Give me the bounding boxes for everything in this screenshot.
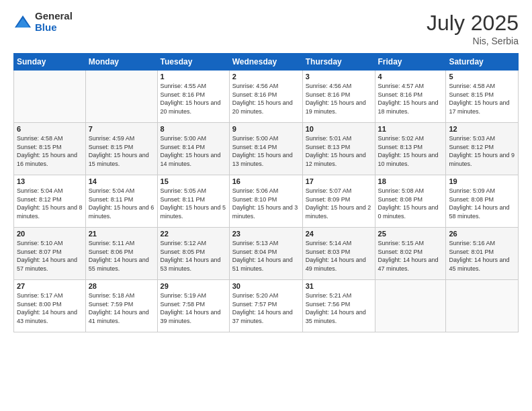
day-number: 31 xyxy=(306,282,372,290)
day-info: Sunrise: 5:02 AM Sunset: 8:13 PM Dayligh… xyxy=(378,134,443,168)
day-number: 13 xyxy=(17,177,83,185)
day-number: 25 xyxy=(378,230,443,238)
day-info: Sunrise: 5:14 AM Sunset: 8:03 PM Dayligh… xyxy=(306,239,372,273)
day-info: Sunrise: 5:04 AM Sunset: 8:12 PM Dayligh… xyxy=(17,187,83,220)
day-number: 8 xyxy=(161,125,226,133)
day-number: 1 xyxy=(161,73,226,81)
logo-general: General xyxy=(35,11,73,22)
day-cell-1-4: 10Sunrise: 5:01 AM Sunset: 8:13 PM Dayli… xyxy=(302,123,375,175)
day-number: 7 xyxy=(89,125,154,133)
day-cell-3-5: 25Sunrise: 5:15 AM Sunset: 8:02 PM Dayli… xyxy=(375,228,446,280)
day-number: 26 xyxy=(449,230,515,238)
day-cell-0-3: 2Sunrise: 4:56 AM Sunset: 8:16 PM Daylig… xyxy=(229,71,302,123)
col-wednesday: Wednesday xyxy=(229,54,302,71)
day-info: Sunrise: 5:20 AM Sunset: 7:57 PM Dayligh… xyxy=(232,291,300,325)
day-number: 11 xyxy=(378,125,443,133)
day-info: Sunrise: 4:58 AM Sunset: 8:15 PM Dayligh… xyxy=(17,134,83,168)
calendar-header-row: Sunday Monday Tuesday Wednesday Thursday… xyxy=(14,54,519,71)
day-cell-0-0 xyxy=(14,71,86,123)
day-cell-3-3: 23Sunrise: 5:13 AM Sunset: 8:04 PM Dayli… xyxy=(229,228,302,280)
day-info: Sunrise: 5:11 AM Sunset: 8:06 PM Dayligh… xyxy=(89,239,154,273)
day-cell-3-4: 24Sunrise: 5:14 AM Sunset: 8:03 PM Dayli… xyxy=(302,228,375,280)
day-info: Sunrise: 5:07 AM Sunset: 8:09 PM Dayligh… xyxy=(306,187,372,220)
day-info: Sunrise: 5:18 AM Sunset: 7:59 PM Dayligh… xyxy=(89,291,154,325)
day-info: Sunrise: 5:01 AM Sunset: 8:13 PM Dayligh… xyxy=(306,134,372,168)
day-cell-4-0: 27Sunrise: 5:17 AM Sunset: 8:00 PM Dayli… xyxy=(14,280,86,332)
day-cell-2-4: 17Sunrise: 5:07 AM Sunset: 8:09 PM Dayli… xyxy=(302,175,375,228)
day-info: Sunrise: 4:56 AM Sunset: 8:16 PM Dayligh… xyxy=(306,82,372,116)
day-cell-0-2: 1Sunrise: 4:55 AM Sunset: 8:16 PM Daylig… xyxy=(157,71,229,123)
day-cell-1-5: 11Sunrise: 5:02 AM Sunset: 8:13 PM Dayli… xyxy=(375,123,446,175)
day-info: Sunrise: 5:06 AM Sunset: 8:10 PM Dayligh… xyxy=(232,187,300,220)
day-number: 14 xyxy=(89,177,154,185)
day-cell-4-5 xyxy=(375,280,446,332)
day-info: Sunrise: 5:03 AM Sunset: 8:12 PM Dayligh… xyxy=(449,134,515,168)
day-cell-4-2: 29Sunrise: 5:19 AM Sunset: 7:58 PM Dayli… xyxy=(157,280,229,332)
day-info: Sunrise: 5:12 AM Sunset: 8:05 PM Dayligh… xyxy=(161,239,226,273)
day-cell-4-1: 28Sunrise: 5:18 AM Sunset: 7:59 PM Dayli… xyxy=(85,280,157,332)
week-row-2: 6Sunrise: 4:58 AM Sunset: 8:15 PM Daylig… xyxy=(14,123,519,175)
week-row-1: 1Sunrise: 4:55 AM Sunset: 8:16 PM Daylig… xyxy=(14,71,519,123)
day-cell-3-0: 20Sunrise: 5:10 AM Sunset: 8:07 PM Dayli… xyxy=(14,228,86,280)
col-saturday: Saturday xyxy=(446,54,519,71)
col-tuesday: Tuesday xyxy=(157,54,229,71)
day-number: 3 xyxy=(306,73,372,81)
day-info: Sunrise: 5:00 AM Sunset: 8:14 PM Dayligh… xyxy=(161,134,226,168)
day-info: Sunrise: 5:19 AM Sunset: 7:58 PM Dayligh… xyxy=(161,291,226,325)
day-info: Sunrise: 5:21 AM Sunset: 7:56 PM Dayligh… xyxy=(306,291,372,325)
day-cell-3-2: 22Sunrise: 5:12 AM Sunset: 8:05 PM Dayli… xyxy=(157,228,229,280)
title-block: July 2025 Nis, Serbia xyxy=(427,11,519,46)
location: Nis, Serbia xyxy=(427,36,519,46)
day-cell-0-5: 4Sunrise: 4:57 AM Sunset: 8:16 PM Daylig… xyxy=(375,71,446,123)
day-cell-4-4: 31Sunrise: 5:21 AM Sunset: 7:56 PM Dayli… xyxy=(302,280,375,332)
day-info: Sunrise: 5:04 AM Sunset: 8:11 PM Dayligh… xyxy=(89,187,154,220)
day-cell-2-0: 13Sunrise: 5:04 AM Sunset: 8:12 PM Dayli… xyxy=(14,175,86,228)
day-number: 17 xyxy=(306,177,372,185)
day-cell-2-6: 19Sunrise: 5:09 AM Sunset: 8:08 PM Dayli… xyxy=(446,175,519,228)
month-year: July 2025 xyxy=(427,11,519,36)
day-cell-1-3: 9Sunrise: 5:00 AM Sunset: 8:14 PM Daylig… xyxy=(229,123,302,175)
week-row-5: 27Sunrise: 5:17 AM Sunset: 8:00 PM Dayli… xyxy=(14,280,519,332)
day-cell-1-1: 7Sunrise: 4:59 AM Sunset: 8:15 PM Daylig… xyxy=(85,123,157,175)
day-info: Sunrise: 5:09 AM Sunset: 8:08 PM Dayligh… xyxy=(449,187,515,220)
day-cell-3-6: 26Sunrise: 5:16 AM Sunset: 8:01 PM Dayli… xyxy=(446,228,519,280)
day-info: Sunrise: 4:59 AM Sunset: 8:15 PM Dayligh… xyxy=(89,134,154,168)
day-number: 10 xyxy=(306,125,372,133)
col-thursday: Thursday xyxy=(302,54,375,71)
day-number: 19 xyxy=(449,177,515,185)
logo: General Blue xyxy=(13,11,73,33)
day-cell-2-3: 16Sunrise: 5:06 AM Sunset: 8:10 PM Dayli… xyxy=(229,175,302,228)
day-info: Sunrise: 5:15 AM Sunset: 8:02 PM Dayligh… xyxy=(378,239,443,273)
week-row-3: 13Sunrise: 5:04 AM Sunset: 8:12 PM Dayli… xyxy=(14,175,519,228)
day-number: 20 xyxy=(17,230,83,238)
day-number: 24 xyxy=(306,230,372,238)
day-info: Sunrise: 5:10 AM Sunset: 8:07 PM Dayligh… xyxy=(17,239,83,273)
day-number: 5 xyxy=(449,73,515,81)
day-info: Sunrise: 4:55 AM Sunset: 8:16 PM Dayligh… xyxy=(161,82,226,116)
day-cell-0-1 xyxy=(85,71,157,123)
day-number: 9 xyxy=(232,125,300,133)
day-info: Sunrise: 5:05 AM Sunset: 8:11 PM Dayligh… xyxy=(161,187,226,220)
logo-icon xyxy=(13,13,32,32)
day-cell-0-6: 5Sunrise: 4:58 AM Sunset: 8:15 PM Daylig… xyxy=(446,71,519,123)
day-info: Sunrise: 5:13 AM Sunset: 8:04 PM Dayligh… xyxy=(232,239,300,273)
day-cell-2-2: 15Sunrise: 5:05 AM Sunset: 8:11 PM Dayli… xyxy=(157,175,229,228)
col-monday: Monday xyxy=(85,54,157,71)
day-number: 21 xyxy=(89,230,154,238)
day-info: Sunrise: 5:08 AM Sunset: 8:08 PM Dayligh… xyxy=(378,187,443,220)
day-number: 28 xyxy=(89,282,154,290)
header: General Blue July 2025 Nis, Serbia xyxy=(13,11,519,46)
day-number: 23 xyxy=(232,230,300,238)
day-info: Sunrise: 4:56 AM Sunset: 8:16 PM Dayligh… xyxy=(232,82,300,116)
day-cell-1-2: 8Sunrise: 5:00 AM Sunset: 8:14 PM Daylig… xyxy=(157,123,229,175)
col-sunday: Sunday xyxy=(14,54,86,71)
calendar: Sunday Monday Tuesday Wednesday Thursday… xyxy=(13,53,519,332)
day-number: 30 xyxy=(232,282,300,290)
day-number: 18 xyxy=(378,177,443,185)
day-cell-4-6 xyxy=(446,280,519,332)
day-number: 22 xyxy=(161,230,226,238)
day-number: 2 xyxy=(232,73,300,81)
day-cell-4-3: 30Sunrise: 5:20 AM Sunset: 7:57 PM Dayli… xyxy=(229,280,302,332)
logo-blue: Blue xyxy=(35,22,73,34)
day-info: Sunrise: 5:16 AM Sunset: 8:01 PM Dayligh… xyxy=(449,239,515,273)
